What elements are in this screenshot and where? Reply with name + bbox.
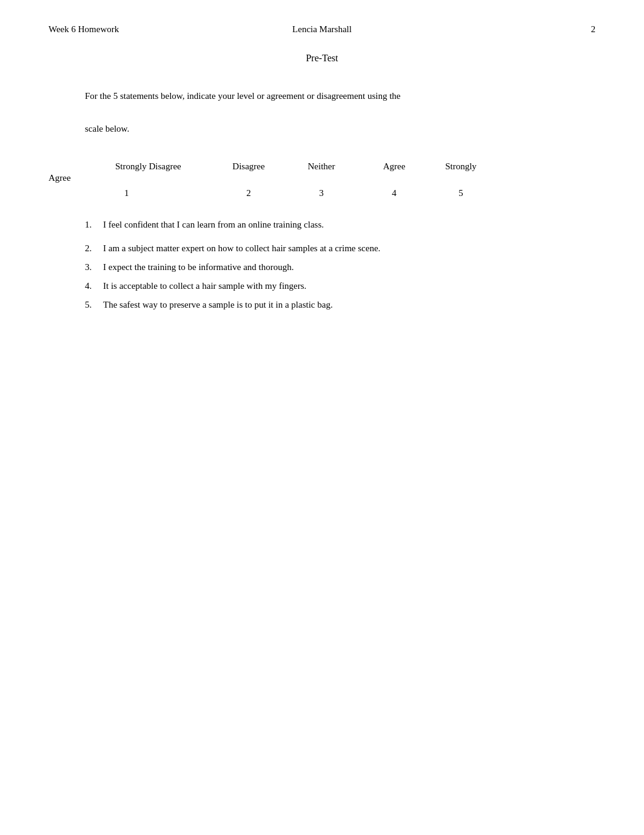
questions-section: 1. I feel confident that I can learn fro… [85,217,595,313]
question-5: 5. The safest way to preserve a sample i… [85,297,595,313]
question-3: 3. I expect the training to be informati… [85,259,595,276]
page: Week 6 Homework Lencia Marshall 2 Pre-Te… [0,0,644,835]
question-3-text: I expect the training to be informative … [103,259,595,276]
scale-num-5: 5 [431,188,491,198]
scale-section: Strongly Disagree Disagree Neither Agree… [49,161,595,198]
scale-label-disagree: Disagree [212,161,285,172]
question-4-text: It is acceptable to collect a hair sampl… [103,278,595,294]
scale-label-strongly-disagree: Strongly Disagree [115,161,212,172]
page-number: 2 [591,24,596,34]
question-5-text: The safest way to preserve a sample is t… [103,297,595,313]
question-2: 2. I am a subject matter expert on how t… [85,240,595,257]
scale-label-strongly: Strongly [431,161,491,172]
instructions: For the 5 statements below, indicate you… [85,88,559,137]
scale-label-agree: Agree [358,161,431,172]
question-4: 4. It is acceptable to collect a hair sa… [85,278,595,294]
instructions-line2: scale below. [85,124,129,134]
scale-num-2: 2 [212,188,285,198]
question-1-number: 1. [85,217,103,233]
homework-title: Week 6 Homework [49,24,119,34]
scale-num-1: 1 [115,188,212,198]
scale-num-4: 4 [358,188,431,198]
question-1: 1. I feel confident that I can learn fro… [85,217,595,233]
page-title: Pre-Test [49,53,595,64]
question-4-number: 4. [85,278,103,294]
question-2-text: I am a subject matter expert on how to c… [103,240,595,257]
scale-num-3: 3 [285,188,358,198]
scale-label-agree-overflow: Agree [49,173,71,183]
instructions-line1: For the 5 statements below, indicate you… [85,91,401,101]
title-text: Pre-Test [306,53,338,63]
header-right: 2 [413,24,595,35]
author-name: Lencia Marshall [292,24,352,34]
question-2-number: 2. [85,240,103,257]
question-3-number: 3. [85,259,103,276]
header-left: Week 6 Homework [49,24,231,35]
header-center: Lencia Marshall [231,24,414,35]
scale-label-neither: Neither [285,161,358,172]
question-5-number: 5. [85,297,103,313]
header: Week 6 Homework Lencia Marshall 2 [49,24,595,35]
question-1-text: I feel confident that I can learn from a… [103,217,595,233]
